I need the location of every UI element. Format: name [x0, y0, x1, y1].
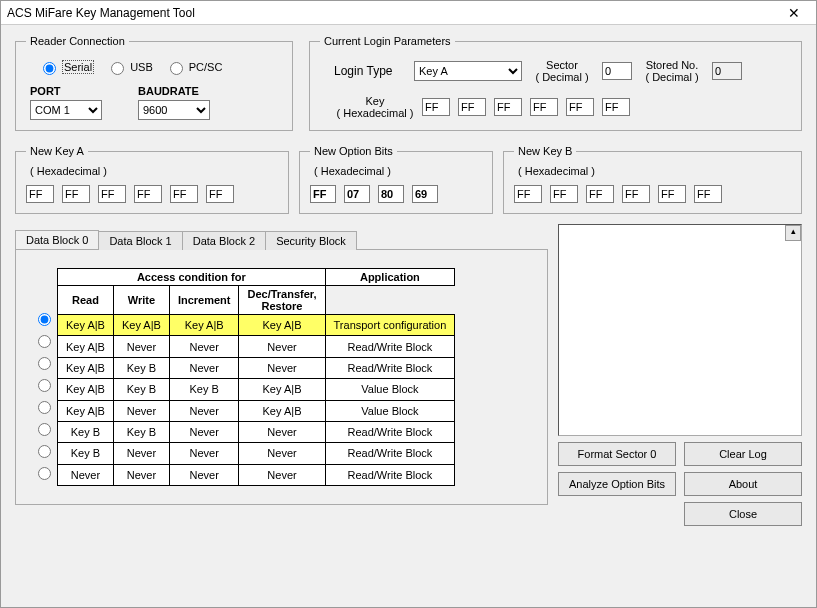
scroll-up-icon[interactable]: ▴ [785, 225, 801, 241]
keya-5[interactable] [206, 185, 234, 203]
login-key-1[interactable] [458, 98, 486, 116]
th-write: Write [113, 286, 169, 315]
th-read: Read [58, 286, 114, 315]
option-bits-legend: New Option Bits [310, 145, 397, 157]
radio-serial[interactable]: Serial [38, 59, 94, 75]
tab-panel: Access condition for Application Read Wr… [15, 249, 548, 505]
table-row: Key A|BKey BKey BKey A|BValue Block [58, 379, 455, 400]
keya-4[interactable] [170, 185, 198, 203]
access-table: Access condition for Application Read Wr… [57, 268, 455, 486]
access-row-radio-7[interactable] [38, 467, 51, 480]
stored-no-input [712, 62, 742, 80]
keyb-2[interactable] [586, 185, 614, 203]
about-button[interactable]: About [684, 472, 802, 496]
access-row-radio-3[interactable] [38, 379, 51, 392]
table-row: Key A|BNeverNeverKey A|BValue Block [58, 400, 455, 421]
access-row-radio-5[interactable] [38, 423, 51, 436]
access-row-radio-2[interactable] [38, 357, 51, 370]
log-textarea[interactable]: ▴ [558, 224, 802, 436]
keyb-0[interactable] [514, 185, 542, 203]
login-type-select[interactable]: Key A [414, 61, 522, 81]
login-params-group: Current Login Parameters Login Type Key … [309, 35, 802, 131]
th-increment: Increment [169, 286, 239, 315]
login-key-0[interactable] [422, 98, 450, 116]
analyze-button[interactable]: Analyze Option Bits [558, 472, 676, 496]
table-row: Key A|BKey A|BKey A|BKey A|BTransport co… [58, 315, 455, 336]
sector-label: Sector( Decimal ) [532, 59, 592, 83]
new-key-b-legend: New Key B [514, 145, 576, 157]
port-label: PORT [30, 85, 102, 97]
table-row: NeverNeverNeverNeverRead/Write Block [58, 464, 455, 485]
key-hex-label: Key( Hexadecimal ) [334, 95, 416, 119]
th-dec: Dec/Transfer,Restore [239, 286, 325, 315]
keyb-3[interactable] [622, 185, 650, 203]
access-row-radio-6[interactable] [38, 445, 51, 458]
table-row: Key A|BKey BNeverNeverRead/Write Block [58, 357, 455, 378]
tab-security-block[interactable]: Security Block [265, 231, 357, 250]
new-key-a-legend: New Key A [26, 145, 88, 157]
radio-pcsc[interactable]: PC/SC [165, 59, 223, 75]
keyb-5[interactable] [694, 185, 722, 203]
login-key-2[interactable] [494, 98, 522, 116]
optbits-hex-label: ( Hexadecimal ) [314, 165, 482, 177]
port-select[interactable]: COM 1 [30, 100, 102, 120]
optbits-2[interactable] [378, 185, 404, 203]
titlebar: ACS MiFare Key Management Tool ✕ [1, 1, 816, 25]
close-icon[interactable]: ✕ [778, 5, 810, 21]
format-sector-button[interactable]: Format Sector 0 [558, 442, 676, 466]
reader-connection-legend: Reader Connection [26, 35, 129, 47]
keya-hex-label: ( Hexadecimal ) [30, 165, 278, 177]
optbits-3[interactable] [412, 185, 438, 203]
login-key-4[interactable] [566, 98, 594, 116]
window-title: ACS MiFare Key Management Tool [7, 6, 195, 20]
new-key-a-group: New Key A ( Hexadecimal ) [15, 145, 289, 214]
keyb-1[interactable] [550, 185, 578, 203]
login-params-legend: Current Login Parameters [320, 35, 455, 47]
th-access-for: Access condition for [58, 269, 326, 286]
option-bits-group: New Option Bits ( Hexadecimal ) [299, 145, 493, 214]
baudrate-select[interactable]: 9600 [138, 100, 210, 120]
baudrate-label: BAUDRATE [138, 85, 210, 97]
radio-usb[interactable]: USB [106, 59, 153, 75]
keyb-4[interactable] [658, 185, 686, 203]
keya-3[interactable] [134, 185, 162, 203]
optbits-1[interactable] [344, 185, 370, 203]
tab-data-block-1[interactable]: Data Block 1 [98, 231, 182, 250]
table-row: Key BNeverNeverNeverRead/Write Block [58, 443, 455, 464]
login-type-label: Login Type [334, 64, 404, 78]
access-row-radio-4[interactable] [38, 401, 51, 414]
keya-0[interactable] [26, 185, 54, 203]
access-row-radio-1[interactable] [38, 335, 51, 348]
clear-log-button[interactable]: Clear Log [684, 442, 802, 466]
tab-data-block-2[interactable]: Data Block 2 [182, 231, 266, 250]
keya-1[interactable] [62, 185, 90, 203]
close-button[interactable]: Close [684, 502, 802, 526]
table-row: Key A|BNeverNeverNeverRead/Write Block [58, 336, 455, 357]
keya-2[interactable] [98, 185, 126, 203]
login-key-5[interactable] [602, 98, 630, 116]
new-key-b-group: New Key B ( Hexadecimal ) [503, 145, 802, 214]
table-row: Key BKey BNeverNeverRead/Write Block [58, 421, 455, 442]
sector-input[interactable] [602, 62, 632, 80]
login-key-3[interactable] [530, 98, 558, 116]
tab-data-block-0[interactable]: Data Block 0 [15, 230, 99, 249]
stored-no-label: Stored No.( Decimal ) [642, 59, 702, 83]
optbits-0[interactable] [310, 185, 336, 203]
reader-connection-group: Reader Connection Serial USB PC/SC PORT … [15, 35, 293, 131]
keyb-hex-label: ( Hexadecimal ) [518, 165, 791, 177]
th-application: Application [325, 269, 455, 286]
access-row-radio-0[interactable] [38, 313, 51, 326]
